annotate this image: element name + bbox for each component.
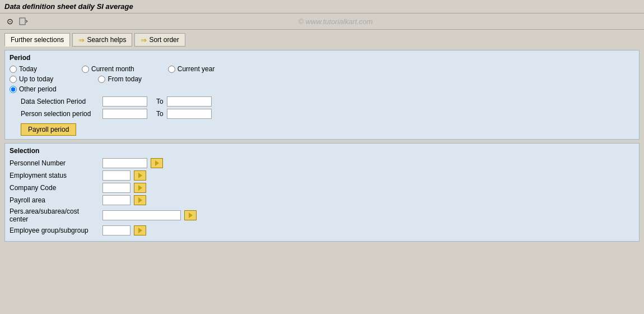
data-selection-period-row: Data Selection Period To: [21, 96, 634, 107]
toolbar-icon-2[interactable]: [18, 16, 29, 27]
radio-current-month[interactable]: Current month: [82, 65, 134, 73]
employee-group-arrow-icon: [138, 228, 142, 233]
personnel-number-arrow-button[interactable]: [151, 158, 163, 168]
main-content: Further selections ⇒ Search helps ⇒ Sort…: [0, 30, 644, 248]
svg-line-2: [26, 21, 27, 22]
personnel-number-input[interactable]: [102, 158, 147, 168]
payroll-area-arrow-button[interactable]: [134, 195, 146, 205]
data-selection-to-input[interactable]: [167, 96, 212, 107]
company-code-row: Company Code: [10, 183, 634, 193]
period-radio-row-2: Up to today From today: [10, 75, 634, 83]
radio-other-period[interactable]: Other period: [10, 85, 57, 93]
watermark: © www.tutorialkart.com: [31, 17, 640, 26]
toolbar-icon-1[interactable]: ⊙: [4, 16, 16, 27]
company-code-arrow-button[interactable]: [134, 183, 146, 193]
person-selection-period-row: Person selection period To: [21, 109, 634, 119]
payroll-area-arrow-icon: [138, 197, 142, 203]
radio-from-today[interactable]: From today: [98, 75, 142, 83]
payroll-area-label: Payroll area: [10, 196, 99, 204]
period-section-title: Period: [10, 54, 634, 62]
employment-status-input[interactable]: [102, 170, 130, 181]
tab-search-helps[interactable]: ⇒ Search helps: [72, 33, 132, 47]
data-selection-to-label: To: [156, 98, 164, 105]
pers-area-arrow-button[interactable]: [184, 210, 197, 220]
further-selections-label: Further selections: [11, 36, 64, 44]
employment-status-row: Employment status: [10, 170, 634, 181]
selection-section-title: Selection: [10, 147, 634, 155]
pers-area-input[interactable]: [102, 210, 181, 220]
payroll-period-button[interactable]: Payroll period: [21, 123, 76, 136]
toolbar: ⊙ © www.tutorialkart.com: [0, 13, 644, 30]
personnel-number-row: Personnel Number: [10, 158, 634, 168]
employment-status-label: Employment status: [10, 172, 99, 179]
payroll-area-input[interactable]: [102, 195, 130, 205]
radio-current-year[interactable]: Current year: [168, 65, 215, 73]
company-code-input[interactable]: [102, 183, 130, 193]
person-selection-from-input[interactable]: [102, 109, 147, 119]
person-selection-label: Person selection period: [21, 110, 99, 118]
search-helps-arrow-icon: ⇒: [78, 36, 85, 44]
employee-group-label: Employee group/subgroup: [10, 227, 99, 234]
tab-further-selections[interactable]: Further selections: [4, 33, 70, 47]
period-radio-row-3: Other period: [10, 85, 634, 93]
tab-sort-order[interactable]: ⇒ Sort order: [134, 33, 185, 47]
data-selection-from-input[interactable]: [102, 96, 147, 107]
pers-area-row: Pers.area/subarea/cost center: [10, 207, 634, 223]
employee-group-arrow-button[interactable]: [134, 225, 146, 236]
company-code-arrow-icon: [138, 185, 142, 191]
selection-section: Selection Personnel Number Employment st…: [4, 143, 640, 242]
pers-area-label: Pers.area/subarea/cost center: [10, 207, 99, 223]
payroll-area-row: Payroll area: [10, 195, 634, 205]
search-helps-label: Search helps: [87, 36, 126, 44]
pers-area-arrow-icon: [189, 213, 193, 218]
employee-group-input[interactable]: [102, 225, 130, 236]
payroll-period-row: Payroll period: [21, 121, 634, 136]
sort-order-label: Sort order: [149, 36, 179, 44]
person-selection-to-label: To: [156, 110, 164, 118]
personnel-number-label: Personnel Number: [10, 159, 99, 167]
company-code-label: Company Code: [10, 184, 99, 192]
tab-bar: Further selections ⇒ Search helps ⇒ Sort…: [4, 33, 640, 47]
personnel-number-arrow-icon: [155, 160, 159, 166]
radio-today[interactable]: Today: [10, 65, 37, 73]
data-selection-label: Data Selection Period: [21, 98, 99, 105]
svg-rect-0: [20, 18, 25, 25]
radio-up-to-today[interactable]: Up to today: [10, 75, 53, 83]
employment-status-arrow-icon: [138, 173, 142, 178]
period-fields: Data Selection Period To Person selectio…: [21, 96, 634, 136]
period-section: Period Today Current month Current year …: [4, 50, 640, 140]
period-radio-row-1: Today Current month Current year: [10, 65, 634, 73]
employee-group-row: Employee group/subgroup: [10, 225, 634, 236]
page-title: Data definition sheet daily SI average: [4, 2, 133, 11]
sort-order-arrow-icon: ⇒: [141, 36, 147, 44]
title-bar: Data definition sheet daily SI average: [0, 0, 644, 13]
person-selection-to-input[interactable]: [167, 109, 212, 119]
employment-status-arrow-button[interactable]: [134, 170, 146, 181]
